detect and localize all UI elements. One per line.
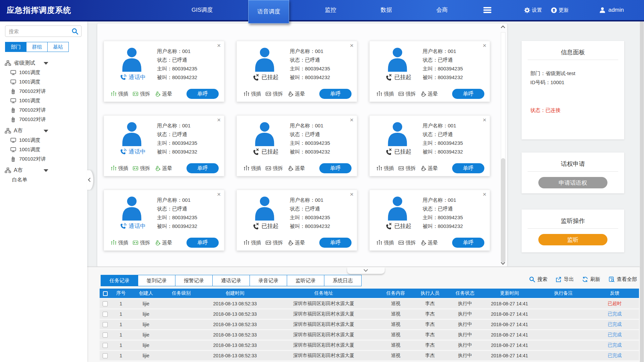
record-tab[interactable]: 任务记录 bbox=[101, 275, 138, 286]
bottom-collapse-handle[interactable] bbox=[347, 267, 385, 274]
force-insert-button[interactable]: 强插 bbox=[376, 240, 394, 246]
single-call-button[interactable]: 单呼 bbox=[452, 163, 484, 173]
force-insert-button[interactable]: 强插 bbox=[376, 91, 394, 97]
nav-tab[interactable]: 数据 bbox=[372, 0, 401, 20]
page-scrollbar-thumb[interactable] bbox=[640, 21, 644, 362]
tree-item[interactable]: 1001调度 bbox=[0, 145, 87, 154]
chevron-down-icon[interactable] bbox=[44, 169, 48, 172]
scroll-up-icon[interactable] bbox=[501, 25, 505, 30]
row-checkbox[interactable] bbox=[103, 353, 108, 358]
record-tab[interactable]: 录音记录 bbox=[250, 275, 287, 286]
force-insert-button[interactable]: 强插 bbox=[244, 165, 261, 172]
table-row[interactable]: 1 lijie 2018-08-13 08:52:33 深圳市福田区彩田村水源大… bbox=[100, 309, 639, 319]
toolbar-button[interactable]: 搜索 bbox=[529, 276, 547, 283]
tree-item[interactable]: A市 bbox=[0, 126, 87, 135]
sidebar-tab[interactable]: 群组 bbox=[26, 42, 48, 52]
remote-stun-button[interactable]: 遥晕 bbox=[420, 165, 438, 172]
close-icon[interactable]: × bbox=[217, 191, 221, 198]
single-call-button[interactable]: 单呼 bbox=[452, 89, 484, 99]
remote-stun-button[interactable]: 遥晕 bbox=[420, 91, 438, 97]
tree-item[interactable]: 700102对讲 bbox=[0, 154, 87, 164]
tree-item[interactable]: 1001调度 bbox=[0, 135, 87, 145]
row-checkbox[interactable] bbox=[103, 322, 108, 327]
tree-item[interactable]: 700102对讲 bbox=[0, 105, 87, 115]
request-talk-right-button[interactable]: 申请话语权 bbox=[538, 177, 607, 188]
monitor-button[interactable]: 监听 bbox=[538, 234, 607, 245]
toolbar-button[interactable]: 刷新 bbox=[582, 276, 600, 283]
menu-icon[interactable] bbox=[483, 7, 491, 13]
single-call-button[interactable]: 单呼 bbox=[186, 238, 219, 248]
tree-item[interactable]: 省级测试 bbox=[0, 58, 87, 68]
settings-button[interactable]: 设置 bbox=[524, 7, 542, 13]
remote-stun-button[interactable]: 遥晕 bbox=[287, 91, 305, 97]
tree-item[interactable]: 1001调度 bbox=[0, 96, 87, 105]
remote-stun-button[interactable]: 遥晕 bbox=[420, 240, 438, 246]
toolbar-button[interactable]: 查看全部 bbox=[608, 276, 637, 283]
nav-tab[interactable]: 会商 bbox=[428, 0, 457, 20]
force-release-button[interactable]: 强拆 bbox=[398, 165, 416, 172]
force-insert-button[interactable]: 强插 bbox=[111, 165, 128, 172]
sidebar-tab[interactable]: 基站 bbox=[47, 42, 69, 52]
close-icon[interactable]: × bbox=[483, 42, 486, 49]
force-release-button[interactable]: 强拆 bbox=[132, 91, 150, 97]
cards-scrollbar[interactable] bbox=[500, 25, 506, 265]
force-release-button[interactable]: 强拆 bbox=[132, 240, 150, 246]
close-icon[interactable]: × bbox=[350, 116, 354, 124]
remote-stun-button[interactable]: 遥晕 bbox=[154, 165, 172, 172]
search-input[interactable] bbox=[9, 26, 69, 36]
row-checkbox[interactable] bbox=[103, 301, 108, 306]
tree-item[interactable]: 白名单 bbox=[0, 175, 87, 184]
single-call-button[interactable]: 单呼 bbox=[186, 89, 219, 99]
sidebar-collapse-handle[interactable] bbox=[87, 170, 93, 190]
force-release-button[interactable]: 强拆 bbox=[265, 165, 283, 172]
scrollbar-thumb[interactable] bbox=[501, 158, 505, 263]
force-insert-button[interactable]: 强插 bbox=[376, 165, 394, 172]
close-icon[interactable]: × bbox=[350, 42, 354, 49]
search-icon[interactable] bbox=[71, 28, 78, 35]
tree-item[interactable]: 700102对讲 bbox=[0, 115, 87, 124]
force-release-button[interactable]: 强拆 bbox=[265, 240, 283, 246]
tree-item[interactable]: 1001调度 bbox=[0, 68, 87, 77]
record-tab[interactable]: 签到记录 bbox=[138, 275, 175, 286]
nav-tab[interactable]: 监控 bbox=[316, 0, 345, 20]
row-checkbox[interactable] bbox=[103, 343, 108, 348]
force-release-button[interactable]: 强拆 bbox=[398, 91, 416, 97]
force-release-button[interactable]: 强拆 bbox=[265, 91, 283, 97]
remote-stun-button[interactable]: 遥晕 bbox=[287, 240, 305, 246]
row-checkbox[interactable] bbox=[103, 312, 108, 317]
close-icon[interactable]: × bbox=[350, 191, 354, 198]
row-checkbox[interactable] bbox=[103, 333, 108, 338]
tree-item[interactable]: A市 bbox=[0, 166, 87, 175]
single-call-button[interactable]: 单呼 bbox=[319, 238, 352, 248]
remote-stun-button[interactable]: 遥晕 bbox=[154, 240, 172, 246]
record-tab[interactable]: 监听记录 bbox=[287, 275, 324, 286]
close-icon[interactable]: × bbox=[217, 116, 221, 124]
table-row[interactable]: 1 lijie 2018-08-13 08:52:33 深圳市福田区彩田村水源大… bbox=[100, 330, 639, 340]
update-button[interactable]: 更新 bbox=[551, 7, 569, 13]
sidebar-tab[interactable]: 部门 bbox=[5, 42, 26, 52]
close-icon[interactable]: × bbox=[483, 116, 486, 124]
force-release-button[interactable]: 强拆 bbox=[398, 240, 416, 246]
close-icon[interactable]: × bbox=[217, 42, 221, 49]
force-insert-button[interactable]: 强插 bbox=[244, 240, 261, 246]
force-insert-button[interactable]: 强插 bbox=[244, 91, 261, 97]
user-menu[interactable]: admin bbox=[599, 7, 624, 13]
nav-tab[interactable]: GIS调度 bbox=[183, 0, 221, 20]
table-row[interactable]: 1 lijie 2018-08-13 08:52:33 深圳市福田区彩田村水源大… bbox=[100, 299, 639, 308]
single-call-button[interactable]: 单呼 bbox=[319, 89, 352, 99]
remote-stun-button[interactable]: 遥晕 bbox=[287, 165, 305, 172]
table-row[interactable]: 1 lijie 2018-08-13 08:52:33 深圳市福田区彩田村水源大… bbox=[100, 341, 639, 350]
table-row[interactable]: 1 lijie 2018-08-13 08:52:33 深圳市福田区彩田村水源大… bbox=[100, 351, 639, 360]
close-icon[interactable]: × bbox=[483, 191, 486, 198]
tree-item[interactable]: 1001调度 bbox=[0, 77, 87, 86]
force-insert-button[interactable]: 强插 bbox=[111, 91, 128, 97]
table-row[interactable]: 1 lijie 2018-08-13 08:52:33 深圳市福田区彩田村水源大… bbox=[100, 320, 639, 329]
chevron-down-icon[interactable] bbox=[44, 62, 48, 65]
remote-stun-button[interactable]: 遥晕 bbox=[154, 91, 172, 97]
force-release-button[interactable]: 强拆 bbox=[132, 165, 150, 172]
record-tab[interactable]: 系统日志 bbox=[324, 275, 362, 286]
tree-item[interactable]: 700102对讲 bbox=[0, 86, 87, 96]
force-insert-button[interactable]: 强插 bbox=[111, 240, 128, 246]
single-call-button[interactable]: 单呼 bbox=[186, 163, 219, 173]
select-all-checkbox[interactable] bbox=[103, 291, 108, 296]
